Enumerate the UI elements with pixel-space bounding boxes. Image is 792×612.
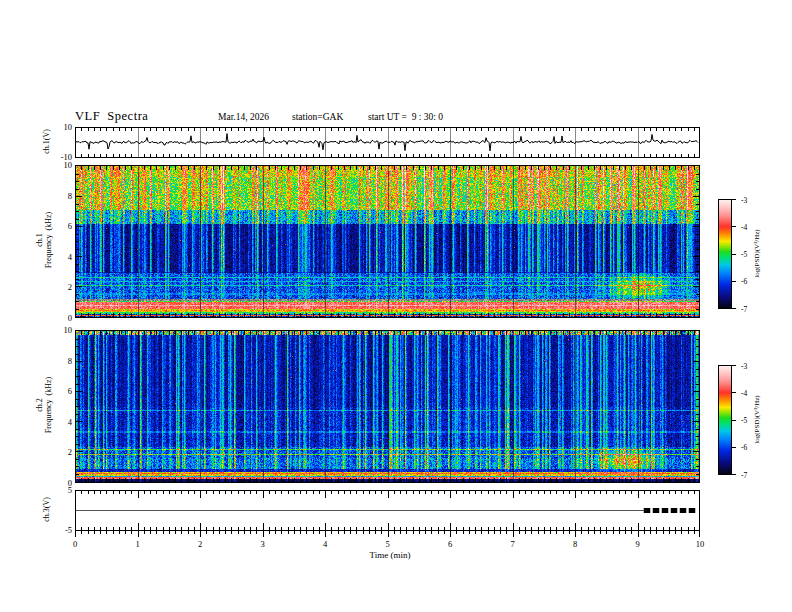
time-tick: 7 bbox=[510, 539, 514, 549]
ch1-waveform-canvas bbox=[75, 127, 700, 158]
colorbar1-tick: -6 bbox=[741, 277, 747, 286]
time-tick: 10 bbox=[696, 539, 705, 549]
header-station: station=GAK bbox=[292, 112, 343, 122]
time-tick: 0 bbox=[73, 539, 77, 549]
ch1-frequency-tick: 10 bbox=[64, 160, 73, 170]
ch1-frequency-tick: 2 bbox=[68, 282, 72, 292]
colorbar1-tick: -4 bbox=[741, 222, 747, 231]
colorbar-ch1 bbox=[718, 199, 738, 309]
colorbar2-tick: -3 bbox=[741, 361, 747, 370]
colorbar2-tick: -6 bbox=[741, 443, 747, 452]
ch2-frequency-tick: 8 bbox=[68, 356, 72, 366]
time-tick: 9 bbox=[635, 539, 639, 549]
time-tick: 1 bbox=[135, 539, 139, 549]
time-tick: 2 bbox=[198, 539, 202, 549]
ch3-voltage-axis-label: ch.3(V) bbox=[42, 410, 51, 610]
colorbar1-tick: -5 bbox=[741, 250, 747, 259]
colorbar2-tick: -7 bbox=[741, 470, 747, 479]
ch1-frequency-tick: 4 bbox=[68, 252, 72, 262]
time-tick: 5 bbox=[385, 539, 389, 549]
header-start-ut: start UT = 9 : 30: 0 bbox=[368, 112, 443, 122]
ch1-frequency-tick: 0 bbox=[68, 313, 72, 323]
ch1-spectrogram-canvas bbox=[75, 165, 700, 318]
vlf-spectra-figure: VLF Spectra Mar.14, 2026 station=GAK sta… bbox=[0, 0, 792, 612]
time-axis-label: Time (min) bbox=[300, 550, 480, 560]
ch1-frequency-tick: 6 bbox=[68, 221, 72, 231]
colorbar2-unit-label: log(PSD)(V²/Hz) bbox=[753, 345, 762, 495]
ch1-voltage-tick: 10 bbox=[64, 122, 73, 132]
time-tick: 8 bbox=[573, 539, 577, 549]
ch3-voltage-tick: 5 bbox=[68, 485, 72, 495]
time-tick: 6 bbox=[448, 539, 452, 549]
figure-title: VLF Spectra bbox=[75, 109, 148, 124]
colorbar1-tick: -7 bbox=[741, 304, 747, 313]
colorbar-ch2 bbox=[718, 365, 738, 475]
header-date: Mar.14, 2026 bbox=[218, 112, 269, 122]
ch2-frequency-tick: 6 bbox=[68, 386, 72, 396]
ch3-voltage-tick: -5 bbox=[65, 525, 72, 535]
colorbar1-unit-label: log(PSD)(V²/Hz) bbox=[753, 179, 762, 329]
ch1-frequency-tick: 8 bbox=[68, 191, 72, 201]
colorbar1-tick: -3 bbox=[741, 195, 747, 204]
colorbar2-tick: -4 bbox=[741, 388, 747, 397]
ch2-frequency-tick: 4 bbox=[68, 417, 72, 427]
time-tick: 4 bbox=[323, 539, 327, 549]
ch2-frequency-tick: 2 bbox=[68, 447, 72, 457]
ch2-spectrogram-canvas bbox=[75, 330, 700, 483]
ch3-waveform-canvas bbox=[75, 490, 700, 538]
colorbar2-tick: -5 bbox=[741, 416, 747, 425]
ch2-frequency-tick: 10 bbox=[64, 325, 73, 335]
time-tick: 3 bbox=[260, 539, 264, 549]
